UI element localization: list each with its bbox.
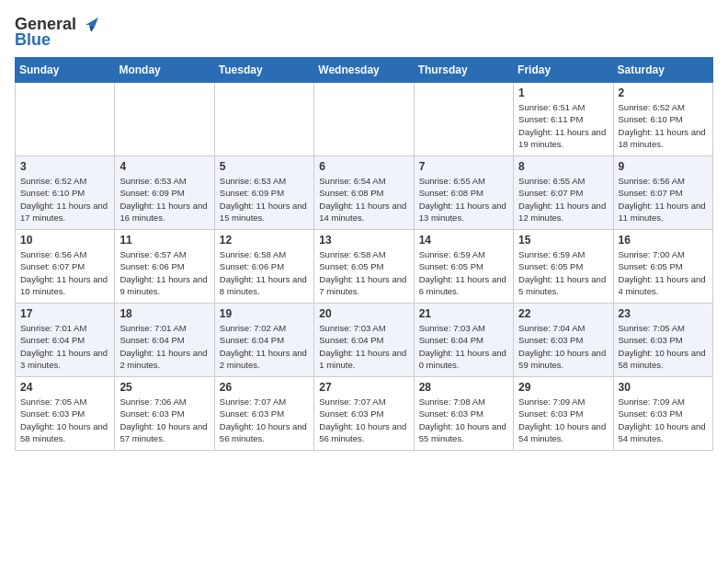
day-info: Sunrise: 6:57 AM Sunset: 6:06 PM Dayligh… xyxy=(119,248,209,297)
calendar-cell xyxy=(414,83,513,156)
calendar-cell: 29Sunrise: 7:09 AM Sunset: 6:03 PM Dayli… xyxy=(514,377,613,451)
calendar-cell: 11Sunrise: 6:57 AM Sunset: 6:06 PM Dayli… xyxy=(115,230,214,304)
day-info: Sunrise: 7:06 AM Sunset: 6:03 PM Dayligh… xyxy=(119,396,209,444)
calendar-cell: 8Sunrise: 6:55 AM Sunset: 6:07 PM Daylig… xyxy=(514,156,613,230)
day-info: Sunrise: 6:59 AM Sunset: 6:05 PM Dayligh… xyxy=(518,248,608,297)
day-number: 27 xyxy=(319,381,408,394)
day-number: 4 xyxy=(119,160,209,173)
calendar-cell: 4Sunrise: 6:53 AM Sunset: 6:09 PM Daylig… xyxy=(115,156,214,230)
weekday-header-monday: Monday xyxy=(115,58,214,83)
logo-bird-icon xyxy=(78,17,98,32)
day-number: 7 xyxy=(419,160,508,173)
logo-blue: Blue xyxy=(15,30,51,50)
calendar-cell: 5Sunrise: 6:53 AM Sunset: 6:09 PM Daylig… xyxy=(214,156,313,230)
calendar-cell: 27Sunrise: 7:07 AM Sunset: 6:03 PM Dayli… xyxy=(314,377,414,451)
calendar-cell: 24Sunrise: 7:05 AM Sunset: 6:03 PM Dayli… xyxy=(16,377,115,451)
day-number: 12 xyxy=(220,234,309,247)
day-info: Sunrise: 7:01 AM Sunset: 6:04 PM Dayligh… xyxy=(119,322,209,371)
day-number: 29 xyxy=(518,381,608,394)
calendar-cell: 28Sunrise: 7:08 AM Sunset: 6:03 PM Dayli… xyxy=(414,377,513,451)
day-number: 25 xyxy=(119,381,209,394)
calendar-cell: 12Sunrise: 6:58 AM Sunset: 6:06 PM Dayli… xyxy=(214,230,313,304)
day-info: Sunrise: 7:09 AM Sunset: 6:03 PM Dayligh… xyxy=(619,396,708,444)
svg-marker-0 xyxy=(85,17,98,27)
day-info: Sunrise: 7:08 AM Sunset: 6:03 PM Dayligh… xyxy=(419,396,508,444)
day-info: Sunrise: 7:05 AM Sunset: 6:03 PM Dayligh… xyxy=(20,396,109,444)
day-info: Sunrise: 7:04 AM Sunset: 6:03 PM Dayligh… xyxy=(518,322,608,371)
day-info: Sunrise: 7:03 AM Sunset: 6:04 PM Dayligh… xyxy=(419,322,508,371)
calendar-cell: 26Sunrise: 7:07 AM Sunset: 6:03 PM Dayli… xyxy=(214,377,313,451)
calendar-cell xyxy=(115,83,214,156)
day-number: 30 xyxy=(619,381,708,394)
calendar-cell: 22Sunrise: 7:04 AM Sunset: 6:03 PM Dayli… xyxy=(514,304,613,377)
day-info: Sunrise: 6:54 AM Sunset: 6:08 PM Dayligh… xyxy=(319,175,408,224)
day-info: Sunrise: 7:03 AM Sunset: 6:04 PM Dayligh… xyxy=(319,322,408,371)
day-number: 11 xyxy=(119,234,209,247)
day-info: Sunrise: 6:55 AM Sunset: 6:07 PM Dayligh… xyxy=(518,175,608,224)
day-info: Sunrise: 6:58 AM Sunset: 6:05 PM Dayligh… xyxy=(319,248,408,297)
day-info: Sunrise: 7:02 AM Sunset: 6:04 PM Dayligh… xyxy=(220,322,309,371)
calendar-cell: 17Sunrise: 7:01 AM Sunset: 6:04 PM Dayli… xyxy=(16,304,115,377)
logo: General Blue xyxy=(15,15,98,50)
day-number: 3 xyxy=(20,160,109,173)
day-info: Sunrise: 6:52 AM Sunset: 6:10 PM Dayligh… xyxy=(20,175,109,224)
day-number: 6 xyxy=(319,160,408,173)
calendar-cell: 15Sunrise: 6:59 AM Sunset: 6:05 PM Dayli… xyxy=(514,230,613,304)
day-number: 22 xyxy=(518,307,608,320)
day-number: 13 xyxy=(319,234,408,247)
calendar-cell: 7Sunrise: 6:55 AM Sunset: 6:08 PM Daylig… xyxy=(414,156,513,230)
page-header: General Blue xyxy=(15,15,713,50)
calendar-cell xyxy=(16,83,115,156)
day-number: 9 xyxy=(619,160,708,173)
calendar-cell: 1Sunrise: 6:51 AM Sunset: 6:11 PM Daylig… xyxy=(514,83,613,156)
day-info: Sunrise: 7:09 AM Sunset: 6:03 PM Dayligh… xyxy=(518,396,608,444)
weekday-header-saturday: Saturday xyxy=(613,58,712,83)
calendar-cell: 25Sunrise: 7:06 AM Sunset: 6:03 PM Dayli… xyxy=(115,377,214,451)
day-number: 15 xyxy=(518,234,608,247)
calendar-cell: 10Sunrise: 6:56 AM Sunset: 6:07 PM Dayli… xyxy=(16,230,115,304)
day-info: Sunrise: 6:56 AM Sunset: 6:07 PM Dayligh… xyxy=(20,248,109,297)
day-info: Sunrise: 6:51 AM Sunset: 6:11 PM Dayligh… xyxy=(518,101,608,150)
calendar-cell: 3Sunrise: 6:52 AM Sunset: 6:10 PM Daylig… xyxy=(16,156,115,230)
day-info: Sunrise: 7:07 AM Sunset: 6:03 PM Dayligh… xyxy=(220,396,309,444)
day-number: 5 xyxy=(220,160,309,173)
day-info: Sunrise: 6:53 AM Sunset: 6:09 PM Dayligh… xyxy=(119,175,209,224)
day-info: Sunrise: 6:59 AM Sunset: 6:05 PM Dayligh… xyxy=(419,248,508,297)
day-number: 17 xyxy=(20,307,109,320)
calendar-cell: 2Sunrise: 6:52 AM Sunset: 6:10 PM Daylig… xyxy=(613,83,712,156)
day-number: 28 xyxy=(419,381,508,394)
calendar-cell: 16Sunrise: 7:00 AM Sunset: 6:05 PM Dayli… xyxy=(613,230,712,304)
calendar-cell: 21Sunrise: 7:03 AM Sunset: 6:04 PM Dayli… xyxy=(414,304,513,377)
weekday-header-thursday: Thursday xyxy=(414,58,513,83)
day-number: 20 xyxy=(319,307,408,320)
calendar-cell: 6Sunrise: 6:54 AM Sunset: 6:08 PM Daylig… xyxy=(314,156,414,230)
calendar-cell: 23Sunrise: 7:05 AM Sunset: 6:03 PM Dayli… xyxy=(613,304,712,377)
day-number: 16 xyxy=(619,234,708,247)
weekday-header-sunday: Sunday xyxy=(16,58,115,83)
weekday-header-wednesday: Wednesday xyxy=(314,58,414,83)
day-number: 10 xyxy=(20,234,109,247)
calendar-cell xyxy=(214,83,313,156)
calendar-cell xyxy=(314,83,414,156)
weekday-header-friday: Friday xyxy=(514,58,613,83)
day-number: 1 xyxy=(518,86,608,99)
day-number: 8 xyxy=(518,160,608,173)
day-info: Sunrise: 7:01 AM Sunset: 6:04 PM Dayligh… xyxy=(20,322,109,371)
day-info: Sunrise: 7:07 AM Sunset: 6:03 PM Dayligh… xyxy=(319,396,408,444)
day-info: Sunrise: 6:53 AM Sunset: 6:09 PM Dayligh… xyxy=(220,175,309,224)
day-info: Sunrise: 7:05 AM Sunset: 6:03 PM Dayligh… xyxy=(619,322,708,371)
day-number: 24 xyxy=(20,381,109,394)
day-info: Sunrise: 6:52 AM Sunset: 6:10 PM Dayligh… xyxy=(619,101,708,150)
day-info: Sunrise: 6:58 AM Sunset: 6:06 PM Dayligh… xyxy=(220,248,309,297)
calendar-cell: 19Sunrise: 7:02 AM Sunset: 6:04 PM Dayli… xyxy=(214,304,313,377)
day-info: Sunrise: 6:56 AM Sunset: 6:07 PM Dayligh… xyxy=(619,175,708,224)
day-number: 18 xyxy=(119,307,209,320)
calendar-cell: 30Sunrise: 7:09 AM Sunset: 6:03 PM Dayli… xyxy=(613,377,712,451)
calendar-table: SundayMondayTuesdayWednesdayThursdayFrid… xyxy=(15,57,713,451)
day-number: 26 xyxy=(220,381,309,394)
calendar-cell: 9Sunrise: 6:56 AM Sunset: 6:07 PM Daylig… xyxy=(613,156,712,230)
calendar-cell: 18Sunrise: 7:01 AM Sunset: 6:04 PM Dayli… xyxy=(115,304,214,377)
day-number: 14 xyxy=(419,234,508,247)
day-number: 23 xyxy=(619,307,708,320)
day-number: 21 xyxy=(419,307,508,320)
